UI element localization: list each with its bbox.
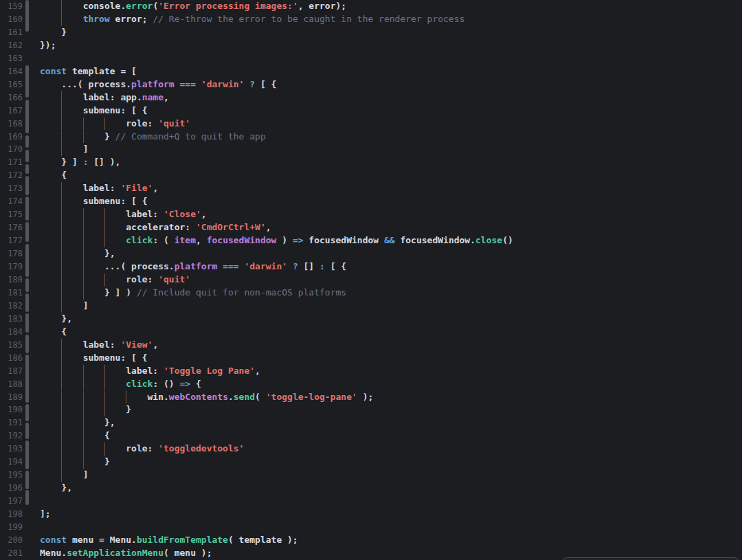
code-line-text[interactable]: console.error('Error processing images:'… [40, 0, 346, 13]
code-line-text[interactable]: }, [40, 416, 115, 429]
editor-line: 175 label: 'Close', [0, 208, 742, 221]
code-line-text[interactable]: ] [40, 300, 88, 313]
token-kw: === [223, 261, 238, 271]
code-line-text[interactable]: label: 'Toggle Log Pane', [40, 365, 260, 378]
token-pl: [] ), [88, 157, 120, 167]
token-kw: const [40, 66, 67, 76]
code-line-text[interactable]: } // Command+Q to quit the app [40, 131, 266, 144]
code-line-text[interactable]: label: 'File', [40, 182, 158, 195]
token-fn: error [126, 1, 153, 11]
editor-line: 159 console.error('Error processing imag… [0, 0, 742, 13]
git-modified-mark [25, 164, 29, 174]
line-number: 162 [0, 39, 23, 52]
token-pl: } [104, 456, 110, 467]
code-line-text[interactable]: throw error; // Re-throw the error to be… [40, 13, 464, 26]
code-line-text[interactable]: role: 'quit' [40, 273, 190, 287]
code-line-text[interactable]: submenu: [ { [40, 352, 148, 365]
token-pl: }, [61, 482, 72, 493]
line-number: 187 [0, 365, 23, 378]
code-line-text[interactable]: }, [40, 313, 72, 326]
code-line-text[interactable]: }, [40, 482, 72, 495]
editor-line: 193 role: 'toggledevtools' [0, 443, 742, 456]
token-prop: platform [131, 79, 175, 89]
token-str: 'CmdOrCtrl+W' [196, 222, 266, 232]
code-line-text[interactable]: ...( process.platform === 'darwin' ? [] … [40, 260, 346, 273]
code-line-text[interactable]: win.webContents.send( 'toggle-log-pane' … [40, 391, 373, 404]
git-modified-mark [25, 150, 29, 162]
code-line-text[interactable]: { [40, 169, 67, 182]
editor-line: 180 role: 'quit' [0, 273, 742, 287]
code-line-text[interactable]: submenu: [ { [40, 104, 148, 117]
git-modified-mark [25, 293, 29, 312]
code-line-text[interactable]: }); [40, 39, 56, 52]
code-line-text[interactable]: ] [40, 469, 88, 482]
line-number: 198 [0, 508, 23, 521]
token-pl: ( menu ); [164, 548, 212, 558]
code-line-text[interactable]: { [40, 326, 67, 339]
token-pl: ...( process. [61, 79, 131, 89]
line-number: 178 [0, 247, 23, 260]
editor-line: 169 } // Command+Q to quit the app [0, 131, 742, 144]
token-pl: error; [110, 14, 153, 24]
code-line-text[interactable]: role: 'toggledevtools' [40, 443, 244, 456]
editor-line: 162}); [0, 39, 742, 52]
token-str: 'toggle-log-pane' [266, 392, 357, 402]
token-pl: , [164, 92, 169, 102]
code-line-text[interactable]: } ] : [] ), [40, 156, 120, 169]
line-number: 174 [0, 195, 23, 208]
token-pl: { [104, 430, 110, 440]
code-line-text[interactable]: } [40, 403, 131, 416]
bottom-panel-corner [562, 557, 739, 560]
editor-line: 176 accelerator: 'CmdOrCtrl+W', [0, 221, 742, 234]
line-number: 192 [0, 429, 23, 443]
editor-pane[interactable]: 159 console.error('Error processing imag… [0, 0, 742, 560]
code-line-text[interactable]: label: app.name, [40, 91, 169, 104]
token-pl: ] [83, 469, 89, 480]
code-line-text[interactable]: click: ( item, focusedWindow ) => focuse… [40, 234, 513, 247]
code-line-text[interactable]: submenu: [ { [40, 195, 148, 208]
line-number: 195 [0, 469, 23, 482]
code-line-text[interactable]: ] [40, 143, 88, 156]
code-line-text[interactable]: const menu = Menu.buildFromTemplate( tem… [40, 534, 298, 547]
code-line-text[interactable]: } [40, 456, 110, 469]
token-pl: menu = Menu. [67, 535, 137, 545]
code-editor-screenshot: { "editor": { "first_line_number": 159, … [0, 0, 742, 560]
line-number: 172 [0, 169, 23, 182]
git-modified-mark [25, 0, 29, 32]
code-line-text[interactable]: } ] ) // Include quit for non-macOS plat… [40, 287, 346, 300]
token-pl: . [228, 392, 234, 402]
git-modified-mark [25, 100, 29, 133]
code-line-text[interactable]: const template = [ [40, 65, 137, 78]
editor-line: 174 submenu: [ { [0, 195, 742, 208]
token-kw: => [293, 235, 304, 245]
code-line-text[interactable]: role: 'quit' [40, 117, 190, 131]
editor-line: 168 role: 'quit' [0, 117, 742, 131]
token-pl: label: [83, 339, 121, 350]
editor-line: 199 [0, 521, 742, 534]
token-pl: { [61, 326, 67, 337]
line-number: 175 [0, 208, 23, 221]
code-line-text[interactable]: } [40, 26, 67, 39]
code-line-text[interactable]: click: () => { [40, 378, 201, 391]
code-line-text[interactable]: Menu.setApplicationMenu( menu ); [40, 547, 212, 560]
token-pl: ( template ); [228, 535, 298, 545]
code-line-text[interactable]: ...( process.platform === 'darwin' ? [ { [40, 78, 276, 91]
line-number: 201 [0, 547, 23, 560]
code-line-text[interactable]: { [40, 429, 110, 443]
editor-line: 161 } [0, 26, 742, 39]
token-pl: submenu: [ { [83, 352, 148, 363]
code-line-text[interactable]: ]; [40, 508, 51, 521]
code-line-text[interactable]: accelerator: 'CmdOrCtrl+W', [40, 221, 271, 234]
editor-line: 170 ] [0, 143, 742, 156]
editor-line: 192 { [0, 429, 742, 443]
token-fn: close [475, 235, 502, 245]
code-line-text[interactable]: label: 'Close', [40, 208, 207, 221]
code-line-text[interactable]: label: 'View', [40, 339, 158, 352]
line-number: 184 [0, 326, 23, 339]
git-modified-mark [25, 176, 29, 195]
editor-line: 194 } [0, 456, 742, 469]
code-line-text[interactable]: }, [40, 247, 115, 260]
token-pl: ( [255, 392, 266, 402]
token-pl: label: app. [83, 92, 142, 102]
token-pl: : () [153, 379, 179, 389]
